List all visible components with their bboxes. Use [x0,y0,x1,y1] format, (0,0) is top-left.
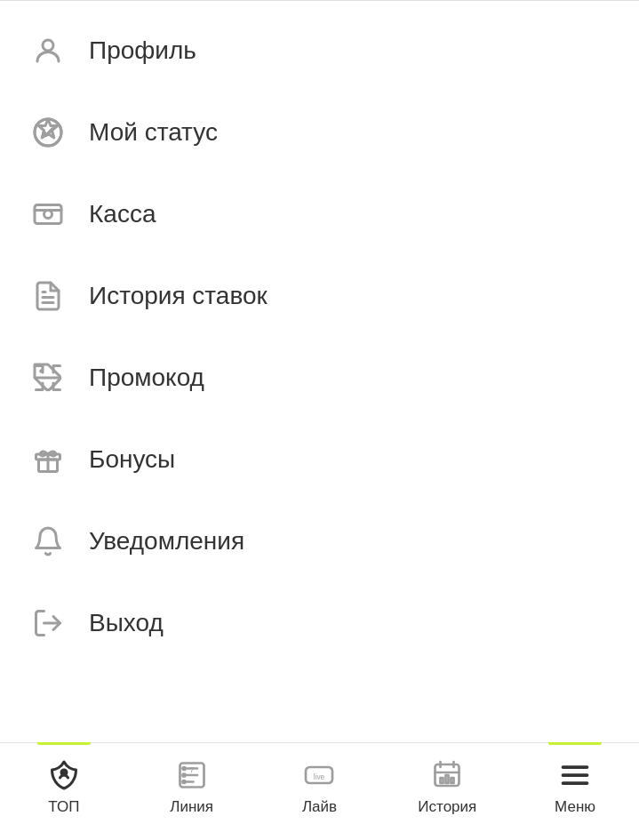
profile-icon [27,29,69,72]
menu-nav-label: Меню [555,798,595,816]
menu-list: Профиль Мой статус [0,1,639,673]
cashier-icon [27,193,69,236]
bonuses-label: Бонусы [89,445,175,474]
top-icon [44,756,84,795]
history-nav-label: История [418,798,476,816]
live-icon: live [300,756,339,795]
svg-rect-2 [35,205,61,224]
menu-item-cashier[interactable]: Касса [0,173,639,255]
promo-icon [27,356,69,399]
nav-item-menu[interactable]: Меню [511,752,639,816]
bottom-navigation: ТОП 7 Линия live Лайв [0,742,639,840]
svg-text:7: 7 [189,765,194,774]
status-icon [27,111,69,154]
svg-point-15 [182,774,185,777]
menu-content: Профиль Мой статус [0,1,639,743]
nav-item-history[interactable]: История [383,752,511,816]
menu-item-profile[interactable]: Профиль [0,10,639,92]
history-icon [27,275,69,317]
menu-icon [555,756,595,795]
logout-label: Выход [89,609,164,637]
menu-item-status[interactable]: Мой статус [0,92,639,173]
logout-icon [27,602,69,644]
line-nav-label: Линия [170,798,213,816]
bonuses-icon [27,438,69,481]
menu-item-logout[interactable]: Выход [0,582,639,664]
top-nav-label: ТОП [48,798,79,816]
notifications-icon [27,520,69,563]
notifications-label: Уведомления [89,527,244,556]
profile-label: Профиль [89,36,196,65]
menu-item-promo[interactable]: Промокод [0,337,639,419]
svg-point-16 [182,780,185,783]
line-icon: 7 [172,756,212,795]
nav-item-line[interactable]: 7 Линия [128,752,256,816]
history-nav-icon [427,756,467,795]
menu-item-notifications[interactable]: Уведомления [0,500,639,582]
nav-item-top[interactable]: ТОП [0,752,128,816]
svg-point-14 [182,767,185,770]
live-nav-label: Лайв [302,798,337,816]
nav-item-live[interactable]: live Лайв [256,752,384,816]
menu-item-bet-history[interactable]: История ставок [0,255,639,337]
promo-label: Промокод [89,364,204,392]
bet-history-label: История ставок [89,282,268,310]
svg-point-0 [43,40,53,51]
svg-text:live: live [314,773,325,781]
cashier-label: Касса [89,200,156,228]
menu-item-bonuses[interactable]: Бонусы [0,419,639,500]
status-label: Мой статус [89,118,218,147]
